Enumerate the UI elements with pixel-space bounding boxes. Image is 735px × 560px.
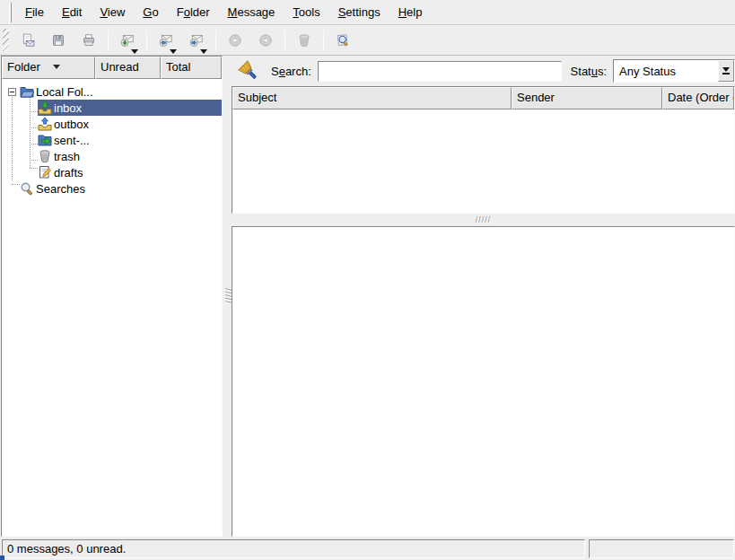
toolbar xyxy=(0,25,735,56)
folder-row-local-folders[interactable]: Local Fol... xyxy=(2,83,222,100)
open-folder-icon xyxy=(20,84,34,99)
menu-edit[interactable]: Edit xyxy=(54,2,90,22)
message-preview-pane[interactable] xyxy=(232,226,735,537)
search-input[interactable] xyxy=(318,61,562,82)
toolbar-separator xyxy=(284,30,285,51)
next-button[interactable] xyxy=(251,27,280,54)
column-header-date[interactable]: Date (Order o xyxy=(662,87,734,109)
toolbar-handle[interactable] xyxy=(3,29,9,52)
toolbar-separator xyxy=(146,30,147,51)
trash-icon xyxy=(297,33,311,48)
reply-icon xyxy=(159,33,173,48)
folder-tree: Local Fol... inbox xyxy=(2,79,222,197)
find-messages-button[interactable] xyxy=(328,27,357,54)
sent-folder-icon xyxy=(38,133,52,147)
column-header-subject[interactable]: Subject xyxy=(232,87,512,109)
splitter-grip: ///// xyxy=(223,288,232,304)
check-mail-button[interactable] xyxy=(113,27,142,54)
progress-indicator xyxy=(0,556,4,560)
folder-list-header: Folder Unread Total xyxy=(2,57,222,79)
menu-go[interactable]: Go xyxy=(135,2,166,22)
save-icon xyxy=(51,33,66,48)
menu-tools[interactable]: Tools xyxy=(284,2,328,22)
search-label: Search: xyxy=(271,65,311,78)
new-message-button[interactable] xyxy=(13,27,42,54)
new-message-icon xyxy=(21,33,35,48)
message-list: Subject Sender Date (Order o xyxy=(232,86,735,214)
clear-search-broom-icon xyxy=(238,60,259,82)
search-toolbar: Search: Status: Any Status xyxy=(232,56,735,86)
dropdown-caret-icon[interactable] xyxy=(170,49,177,54)
trash-button[interactable] xyxy=(290,27,319,54)
previous-icon xyxy=(228,33,242,48)
splitter-grip: ///// xyxy=(476,215,492,224)
sort-arrow-icon xyxy=(53,65,60,69)
mail-client-window: File Edit View Go Folder Message Tools S… xyxy=(0,0,735,560)
toolbar-separator xyxy=(215,30,216,51)
column-header-unread[interactable]: Unread xyxy=(95,57,161,79)
trash-folder-icon xyxy=(38,149,52,163)
menu-view[interactable]: View xyxy=(92,2,133,22)
dropdown-caret-icon[interactable] xyxy=(131,49,138,54)
find-messages-icon xyxy=(336,33,350,48)
folder-row-outbox[interactable]: outbox xyxy=(2,116,222,132)
menu-message[interactable]: Message xyxy=(220,2,284,22)
inbox-icon xyxy=(38,101,52,115)
status-combobox-value: Any Status xyxy=(614,65,718,78)
menu-settings[interactable]: Settings xyxy=(330,2,389,22)
folder-row-trash[interactable]: trash xyxy=(2,148,222,164)
menu-help[interactable]: Help xyxy=(390,2,431,22)
previous-button[interactable] xyxy=(221,27,249,54)
folder-row-drafts[interactable]: drafts xyxy=(2,164,222,180)
statusbar-message: 0 messages, 0 unread. xyxy=(2,539,585,558)
menubar: File Edit View Go Folder Message Tools S… xyxy=(0,0,735,25)
print-button[interactable] xyxy=(74,27,103,54)
check-mail-icon xyxy=(120,33,135,48)
folder-row-searches[interactable]: Searches xyxy=(2,180,222,197)
vertical-splitter[interactable]: ///// xyxy=(223,56,232,537)
print-icon xyxy=(82,33,96,48)
column-header-sender[interactable]: Sender xyxy=(512,87,662,109)
column-header-total[interactable]: Total xyxy=(161,57,222,79)
clear-search-button[interactable] xyxy=(235,57,262,84)
chevron-down-icon xyxy=(722,67,730,72)
forward-button[interactable] xyxy=(182,27,211,54)
forward-icon xyxy=(189,33,204,48)
drafts-icon xyxy=(38,165,52,179)
menubar-handle[interactable] xyxy=(9,3,12,22)
folder-panel: Folder Unread Total Local Fol... xyxy=(1,56,223,537)
toolbar-separator xyxy=(108,30,109,51)
status-label: Status: xyxy=(571,65,607,78)
column-header-folder[interactable]: Folder xyxy=(2,57,95,79)
status-filter-combobox[interactable]: Any Status xyxy=(613,59,735,83)
toolbar-separator xyxy=(323,30,324,51)
message-list-header: Subject Sender Date (Order o xyxy=(232,87,734,109)
menu-folder[interactable]: Folder xyxy=(169,2,218,22)
save-button[interactable] xyxy=(44,27,73,54)
reply-button[interactable] xyxy=(152,27,180,54)
horizontal-splitter[interactable]: ///// xyxy=(232,214,735,226)
statusbar-secondary-panel xyxy=(589,539,734,558)
collapse-expander-icon[interactable] xyxy=(8,88,16,96)
statusbar: 0 messages, 0 unread. xyxy=(0,538,735,560)
searches-icon xyxy=(20,181,34,196)
combobox-arrow-underline xyxy=(722,73,730,74)
menu-file[interactable]: File xyxy=(17,2,52,22)
combobox-arrow-button[interactable] xyxy=(718,60,734,82)
folder-row-sent[interactable]: sent-... xyxy=(2,132,222,148)
next-icon xyxy=(258,33,273,48)
outbox-icon xyxy=(38,117,52,131)
dropdown-caret-icon[interactable] xyxy=(200,49,207,54)
folder-row-inbox[interactable]: inbox xyxy=(2,100,222,116)
